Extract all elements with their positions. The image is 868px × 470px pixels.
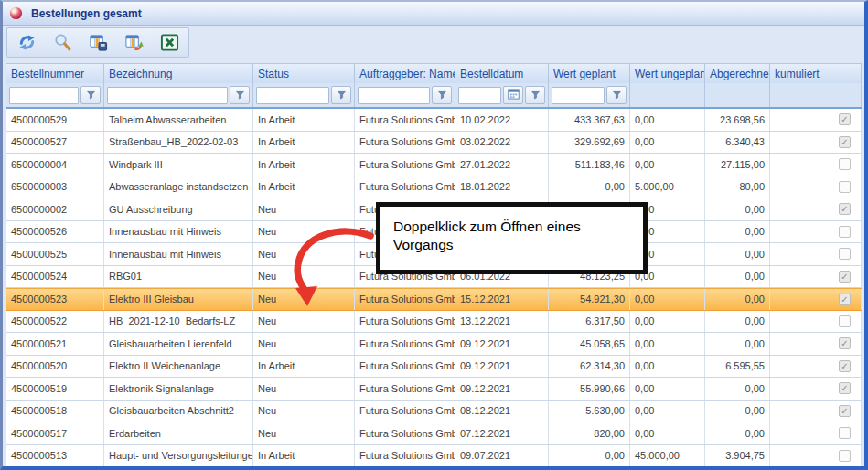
column-header-kumuliert[interactable]: kumuliert bbox=[770, 64, 862, 83]
cell-auftraggeber: Futura Solutions GmbH bbox=[355, 401, 455, 422]
cell-kumuliert bbox=[770, 445, 862, 467]
kumuliert-checkbox bbox=[839, 248, 851, 260]
cell-wert_geplant: 433.367,63 bbox=[549, 109, 630, 131]
excel-export-button[interactable] bbox=[158, 31, 180, 54]
kumuliert-checkbox: ✓ bbox=[839, 382, 851, 394]
table-row[interactable]: 6500000004Windpark IIIIn ArbeitFutura So… bbox=[6, 154, 862, 176]
cell-kumuliert bbox=[770, 422, 862, 444]
filter-input-wert_geplant[interactable] bbox=[552, 87, 605, 104]
funnel-icon bbox=[86, 89, 96, 102]
cell-status: In Arbeit bbox=[253, 445, 355, 467]
cell-auftraggeber: Futura Solutions GmbH bbox=[355, 378, 455, 400]
kumuliert-checkbox: ✓ bbox=[839, 337, 851, 349]
cell-bestellnummer: 4500000520 bbox=[6, 356, 104, 378]
cell-wert_geplant: 820,00 bbox=[549, 422, 630, 444]
cell-kumuliert: ✓ bbox=[770, 333, 862, 355]
table-row[interactable]: 4500000520Elektro II WeichenanlageIn Arb… bbox=[6, 356, 862, 379]
cell-status: Neu bbox=[253, 198, 355, 220]
cell-auftraggeber: Futura Solutions GmbH bbox=[355, 109, 455, 131]
table-row[interactable]: 4500000529Talheim AbwasserarbeitenIn Arb… bbox=[6, 109, 862, 132]
cell-bezeichnung: Straßenbau_HB_2022-02-03 bbox=[104, 132, 253, 154]
column-header-wert_geplant[interactable]: Wert geplant bbox=[549, 64, 630, 83]
save-view-icon bbox=[89, 33, 108, 52]
column-header-abgerechnet[interactable]: Abgerechnet bbox=[705, 64, 770, 83]
cell-wert_ungeplant: 0,00 bbox=[630, 333, 705, 355]
cell-auftraggeber: Futura Solutions GmbH bbox=[355, 356, 455, 378]
filter-input-bezeichnung[interactable] bbox=[107, 87, 228, 104]
column-header-auftraggeber[interactable]: Auftraggeber: Name bbox=[355, 64, 455, 83]
table-row[interactable]: 4500000519Elektronik SignalanlageNeuFutu… bbox=[6, 378, 862, 401]
table-row[interactable]: 4500000522HB_2021-12-10_Bedarfs-LZNeuFut… bbox=[6, 311, 862, 334]
cell-abgerechnet: 3.904,75 bbox=[705, 445, 770, 467]
cell-kumuliert: ✓ bbox=[770, 198, 862, 220]
kumuliert-checkbox bbox=[839, 158, 851, 170]
search-button[interactable] bbox=[51, 31, 73, 54]
kumuliert-checkbox bbox=[839, 226, 851, 238]
table-row[interactable]: 4500000513Haupt- und Versorgungsleitunge… bbox=[6, 445, 862, 468]
table-row[interactable]: 4500000527Straßenbau_HB_2022-02-03In Arb… bbox=[6, 132, 862, 155]
cell-wert_ungeplant: 0,00 bbox=[630, 401, 705, 422]
cell-bestellnummer: 6500000004 bbox=[6, 154, 104, 176]
cell-bezeichnung: Gleisbauarbeiten Lierenfeld bbox=[104, 333, 253, 355]
filter-input-bestellnummer[interactable] bbox=[9, 87, 79, 104]
funnel-icon bbox=[235, 89, 245, 102]
column-header-wert_ungeplant[interactable]: Wert ungeplant bbox=[630, 64, 705, 83]
cell-status: In Arbeit bbox=[253, 356, 355, 378]
cell-status: Neu bbox=[253, 422, 355, 444]
cell-bestelldatum: 03.02.2022 bbox=[455, 132, 549, 154]
filter-button-bezeichnung[interactable] bbox=[230, 86, 250, 104]
column-header-bestelldatum[interactable]: Bestelldatum bbox=[455, 64, 549, 83]
cell-bestellnummer: 4500000524 bbox=[6, 266, 104, 288]
table-row[interactable]: 4500000521Gleisbauarbeiten LierenfeldNeu… bbox=[6, 333, 862, 356]
cell-auftraggeber: Futura Solutions GmbH bbox=[355, 445, 455, 467]
cell-bezeichnung: Erdarbeiten bbox=[104, 422, 253, 444]
callout-text: Doppelklick zum Öffnen eines Vorgangs bbox=[393, 219, 581, 252]
filter-input-status[interactable] bbox=[256, 87, 329, 104]
calendar-button-bestelldatum[interactable] bbox=[503, 86, 523, 104]
cell-abgerechnet: 80,00 bbox=[705, 176, 770, 198]
cell-wert_geplant: 54.921,30 bbox=[549, 289, 630, 310]
cell-abgerechnet: 6.340,43 bbox=[705, 132, 770, 154]
cell-wert_ungeplant: 0,00 bbox=[630, 311, 705, 333]
table-row[interactable]: 4500000517ErdarbeitenNeuFutura Solutions… bbox=[6, 422, 862, 445]
cell-wert_ungeplant: 0,00 bbox=[630, 356, 705, 378]
cell-bestellnummer: 6500000002 bbox=[6, 198, 104, 220]
cell-status: Neu bbox=[253, 378, 355, 400]
cell-bezeichnung: Elektro II Weichenanlage bbox=[104, 356, 253, 378]
cell-abgerechnet: 0,00 bbox=[705, 266, 770, 288]
filter-button-wert_geplant[interactable] bbox=[606, 86, 627, 104]
filter-input-auftraggeber[interactable] bbox=[358, 87, 430, 104]
refresh-button[interactable] bbox=[16, 31, 38, 54]
filter-button-bestelldatum[interactable] bbox=[525, 86, 545, 104]
filter-input-bestelldatum[interactable] bbox=[458, 87, 501, 104]
cell-wert_geplant: 45.058,65 bbox=[549, 333, 630, 355]
filter-button-status[interactable] bbox=[331, 86, 351, 104]
column-header-bestellnummer[interactable]: Bestellnummer bbox=[6, 64, 104, 83]
cell-auftraggeber: Futura Solutions GmbH bbox=[355, 422, 455, 444]
cell-kumuliert: ✓ bbox=[770, 378, 862, 400]
column-header-status[interactable]: Status bbox=[253, 64, 355, 83]
export-view-icon bbox=[124, 33, 144, 52]
filter-cell-bestellnummer bbox=[6, 83, 104, 107]
table-row-selected[interactable]: 4500000523Elektro III GleisbauNeuFutura … bbox=[6, 288, 862, 311]
table-row[interactable]: 4500000518Gleisbauarbeiten Abschnitt2Neu… bbox=[6, 401, 862, 423]
table-row[interactable]: 6500000003Abwasseranlage instandsetzenIn… bbox=[6, 176, 862, 199]
filter-button-bestellnummer[interactable] bbox=[80, 86, 101, 104]
cell-bestelldatum: 09.12.2021 bbox=[455, 378, 549, 400]
cell-status: In Arbeit bbox=[253, 176, 355, 198]
export-view-button[interactable] bbox=[123, 31, 145, 54]
funnel-icon bbox=[530, 89, 541, 102]
grid-filter-row bbox=[6, 83, 862, 109]
cell-bezeichnung: Elektro III Gleisbau bbox=[104, 289, 253, 310]
column-header-bezeichnung[interactable]: Bezeichnung bbox=[104, 64, 253, 83]
save-view-button[interactable] bbox=[87, 31, 109, 54]
cell-bestelldatum: 09.07.2021 bbox=[455, 445, 549, 467]
cell-wert_geplant: 5.630,00 bbox=[549, 401, 630, 422]
cell-abgerechnet: 0,00 bbox=[705, 401, 770, 422]
cell-abgerechnet: 0,00 bbox=[705, 311, 770, 333]
cell-bestellnummer: 4500000526 bbox=[6, 221, 104, 243]
cell-wert_ungeplant: 0,00 bbox=[630, 109, 705, 131]
filter-button-auftraggeber[interactable] bbox=[432, 86, 452, 104]
cell-wert_geplant: 511.183,46 bbox=[549, 154, 630, 176]
app-logo-icon bbox=[9, 6, 23, 20]
